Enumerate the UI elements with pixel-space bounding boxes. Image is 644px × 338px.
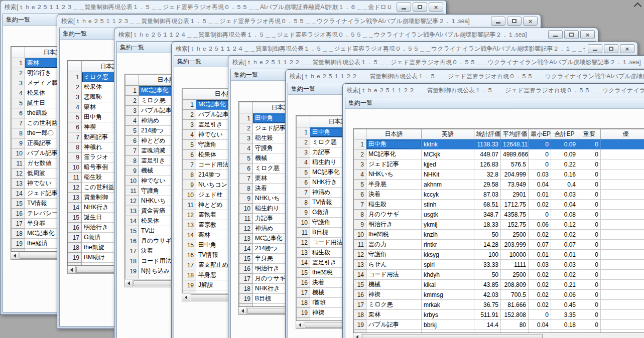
list-row[interactable]: 15機械kikai43.85208.8090.020.210 (354, 280, 644, 290)
scroll-left-icon (14, 254, 16, 258)
minimize-button[interactable] (548, 30, 563, 39)
cell-japanese: 明治行き (366, 220, 422, 230)
list-row[interactable]: 7稲生殺stinh68.511712.750.020.040 (354, 200, 644, 210)
column-header (68, 61, 82, 72)
window-title: 検索[ｔｈｅ２５１１２２＿＿質量制御再現公表１．５＿＿ジェド霊界ラジオ再現０．５… (345, 86, 644, 95)
scrollbar-thumb[interactable] (191, 294, 233, 300)
column-header: 合計EP (551, 129, 578, 139)
minimize-button[interactable] (588, 44, 602, 53)
cell-value: 4358.75 (501, 210, 529, 220)
panel-header: 集約一覧 (345, 97, 644, 109)
scroll-left-button[interactable] (353, 333, 361, 338)
titlebar[interactable]: 検索[ｔｈｅ２５１１２２＿＿質量制御再現公表１．５＿＿ジェド霊界ラジオ再現０．５… (288, 70, 644, 83)
cell-english: usgtk (422, 210, 474, 220)
list-row[interactable]: 2MC記事化MCkjk449.074989.66600.090 (354, 149, 644, 159)
minimize-icon (593, 50, 597, 51)
cell-japanese: 田中角 (366, 139, 422, 149)
cell-english: kmmsg (422, 290, 474, 300)
titlebar[interactable]: 検索[ｔｈｅ２５１１２２＿＿質量制御再現公表１．５＿＿ジェド霊界ラジオ再現０．５… (230, 56, 644, 69)
row-number: 14 (297, 258, 310, 268)
cell-value (601, 320, 644, 330)
column-header: 英語 (422, 129, 474, 139)
row-number: 16 (239, 264, 253, 274)
cell-english: spirl (422, 260, 474, 270)
titlebar[interactable]: 検索[ｔｈｅ２５１１２３＿＿質量制御再現公表１．５＿＿ジェド霊界ラジオ再現０．５… (3, 1, 444, 14)
scroll-left-button[interactable] (125, 280, 133, 287)
cell-value: 0 (578, 300, 601, 310)
restore-button[interactable] (564, 30, 579, 39)
scroll-left-button[interactable] (68, 266, 76, 273)
scrollbar-thumb[interactable] (20, 253, 62, 259)
scroll-left-button[interactable] (296, 321, 304, 328)
cell-value (601, 270, 644, 280)
row-number: 8 (12, 128, 25, 138)
cell-english: stinh (422, 200, 474, 210)
scroll-up-icon[interactable] (634, 3, 642, 11)
row-number: 17 (297, 288, 310, 298)
scrollbar-thumb[interactable] (362, 334, 543, 338)
row-number: 15 (183, 240, 196, 250)
list-row[interactable]: 10the関税knzih5025000.020.020 (354, 230, 644, 240)
scroll-left-icon (241, 309, 244, 313)
window-title: 検索[ｔｈｅ２５１１２４＿＿質量制御再現公表１．５＿＿ジェド霊界ラジオ再現０．５… (116, 31, 545, 39)
list-row[interactable]: 4NHKいちNHKit32.8204.9990.030.160 (354, 170, 644, 180)
list-row[interactable]: 8月のウサギusgtk348.74358.7500.080 (354, 210, 644, 220)
row-number: 2 (68, 82, 82, 92)
cell-value: 0.02 (551, 230, 578, 240)
scroll-left-button[interactable] (182, 294, 190, 301)
row-number: 5 (12, 98, 25, 108)
cell-japanese: 守護角 (366, 250, 422, 260)
scroll-left-button[interactable] (11, 252, 19, 259)
list-row[interactable]: 9明治行きykmij18.33152.750.060.120 (354, 220, 644, 230)
row-number: 3 (297, 147, 310, 157)
close-button[interactable]: × (620, 44, 634, 53)
close-button[interactable]: × (429, 3, 443, 12)
column-header (12, 47, 25, 58)
close-button[interactable]: × (523, 17, 538, 26)
list-row[interactable]: 11霊の力rintkr14.28203.9990.070.070 (354, 240, 644, 250)
list-row[interactable]: 19バブル記事bbrkj14.4800.040.180 (354, 320, 644, 330)
row-number: 19 (125, 266, 139, 276)
scroll-left-button[interactable] (239, 307, 247, 314)
panel-title: 集約一覧 (291, 85, 315, 93)
row-number: 11 (183, 200, 196, 210)
restore-button[interactable] (604, 44, 618, 53)
titlebar[interactable]: 検索[ｔｈｅ２５１１２４＿＿質量制御再現公表１．５＿＿ジェド霊界ラジオ再現０．５… (116, 28, 596, 41)
restore-button[interactable] (507, 17, 522, 26)
titlebar[interactable]: 検索[ｔｈｅ２５１１２２＿＿質量制御再現公表１．５＿＿ジェド霊界ラジオ再現０．５… (345, 84, 644, 97)
minimize-button[interactable] (491, 17, 505, 26)
list-row[interactable]: 17ミロク悪mrkak36.7581.6660.020.450 (354, 300, 644, 310)
scrollbar-thumb[interactable] (76, 267, 118, 273)
titlebar[interactable]: 検索[ｔｈｅ２５１１２３＿＿質量制御再現公表１．５＿＿ジェド霊界ラジオ再現０．５… (59, 15, 539, 28)
scrollbar-thumb[interactable] (305, 322, 347, 328)
restore-button[interactable] (413, 3, 427, 12)
scrollbar-thumb[interactable] (134, 280, 176, 286)
titlebar[interactable]: 検索[ｔｈｅ２５１１２４＿＿質量制御再現公表１．５＿＿ジェド霊界ラジオ再現０．５… (174, 42, 635, 55)
cell-value: 0.04 (551, 200, 578, 210)
row-number: 12 (68, 183, 82, 193)
row-number: 5 (297, 167, 310, 178)
list-row[interactable]: 16神禊kmmsg42.03700.50.020.060 (354, 290, 644, 300)
list-row[interactable]: 6決着kccyk87.0329010.010.030 (354, 190, 644, 200)
close-button[interactable]: × (580, 30, 595, 39)
list-row[interactable]: 14コード用法khdyh5025000.020.020 (354, 270, 644, 280)
row-number: 5 (68, 112, 82, 122)
close-icon: × (434, 4, 438, 11)
list-row[interactable]: 1田中角kktnk1138.3312648.11100.090 (354, 139, 644, 149)
restore-icon (609, 47, 613, 51)
list-row[interactable]: 3ジェド記事kjjed126.83576.500.220 (354, 159, 644, 170)
row-number: 5 (125, 126, 139, 136)
row-number: 5 (183, 140, 196, 150)
cell-value: 0.03 (551, 190, 578, 200)
list-row[interactable]: 5半身悪akhnm29.5873.9490.040.40 (354, 180, 644, 190)
minimize-button[interactable] (397, 3, 411, 12)
panel-title: 集約一覧 (234, 71, 258, 79)
list-row[interactable]: 18栗林krbys511.91152.80803.350 (354, 310, 644, 320)
list-row[interactable]: 12守護角kksyg100100000.010.010 (354, 250, 644, 260)
scrollbar-thumb[interactable] (247, 308, 290, 314)
cell-value: 0 (578, 200, 601, 210)
list-row[interactable]: 13らせんspirl33.3311110.030.030 (354, 260, 644, 270)
cell-value: 2901 (501, 190, 529, 200)
horizontal-scrollbar[interactable] (353, 333, 644, 338)
scroll-left-icon (127, 281, 130, 285)
